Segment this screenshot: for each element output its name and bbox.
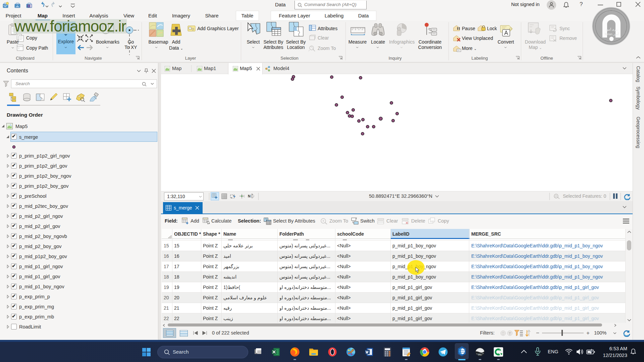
svg-text:N: N xyxy=(248,194,251,198)
svg-text:Pro: Pro xyxy=(478,354,482,356)
